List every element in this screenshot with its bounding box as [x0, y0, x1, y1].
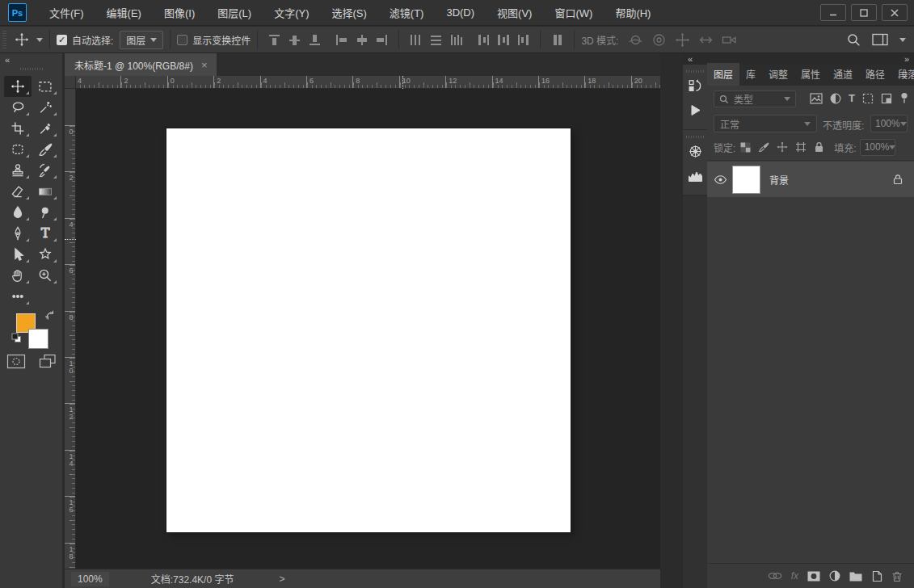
- align-bottom-edges-icon[interactable]: [308, 33, 322, 47]
- magic-wand-tool[interactable]: [32, 97, 59, 118]
- gradient-tool[interactable]: [32, 181, 59, 202]
- workspace-caret-icon[interactable]: [899, 38, 906, 42]
- actions-panel-icon[interactable]: [683, 99, 707, 121]
- align-top-edges-icon[interactable]: [267, 33, 281, 47]
- menu-item[interactable]: 图像(I): [153, 0, 206, 25]
- options-drag-handle[interactable]: [2, 31, 6, 48]
- canvas[interactable]: [166, 128, 571, 532]
- lock-transparency-icon[interactable]: [740, 142, 751, 153]
- edit-toolbar-ellipsis-icon[interactable]: [4, 286, 32, 307]
- tool-preset-caret-icon[interactable]: [36, 38, 43, 42]
- filter-toggle-icon[interactable]: [899, 92, 909, 104]
- tab-layers[interactable]: 图层: [707, 63, 739, 86]
- distribute-spacing-icon[interactable]: [550, 33, 564, 47]
- tools-drag-handle[interactable]: [20, 68, 43, 70]
- panel-menu-icon[interactable]: ≡: [901, 68, 908, 81]
- status-flyout-chevron[interactable]: >: [279, 573, 284, 585]
- rectangular-marquee-tool[interactable]: [32, 76, 59, 97]
- menu-item[interactable]: 窗口(W): [543, 0, 604, 25]
- auto-select-target-dropdown[interactable]: 图层: [120, 31, 163, 49]
- new-adjustment-layer-icon[interactable]: [829, 570, 840, 582]
- eyedropper-tool[interactable]: [32, 118, 59, 139]
- new-layer-icon[interactable]: [871, 570, 882, 582]
- clone-stamp-tool[interactable]: [4, 160, 32, 181]
- 3d-orbit-icon[interactable]: [628, 32, 643, 48]
- menu-item[interactable]: 帮助(H): [604, 0, 662, 25]
- distribute-horizontal-centers-icon[interactable]: [496, 33, 510, 47]
- workspace-switcher-icon[interactable]: [872, 33, 888, 46]
- add-layer-mask-icon[interactable]: [807, 571, 820, 582]
- layer-row-background[interactable]: 背景: [707, 162, 914, 197]
- navigator-panel-icon[interactable]: [683, 140, 707, 162]
- pen-tool[interactable]: [4, 223, 32, 244]
- history-panel-icon[interactable]: [683, 74, 707, 97]
- auto-select-checkbox[interactable]: ✓: [57, 35, 67, 45]
- fill-field[interactable]: 100%: [860, 139, 895, 156]
- delete-layer-trash-icon[interactable]: [891, 570, 903, 582]
- distribute-top-edges-icon[interactable]: [409, 33, 423, 47]
- menu-item[interactable]: 文字(Y): [263, 0, 320, 25]
- zoom-level-field[interactable]: 100%: [71, 572, 109, 586]
- menu-item[interactable]: 文件(F): [38, 0, 95, 25]
- menu-item[interactable]: 选择(S): [320, 0, 377, 25]
- layer-style-fx-icon[interactable]: fx: [791, 570, 798, 582]
- lock-all-icon[interactable]: [814, 141, 824, 153]
- screen-mode-button[interactable]: [39, 354, 57, 369]
- minimize-button[interactable]: [820, 4, 846, 21]
- brush-tool[interactable]: [32, 139, 59, 160]
- 3d-camera-icon[interactable]: [722, 32, 737, 48]
- filter-type-layers-icon[interactable]: T: [849, 92, 855, 104]
- hand-tool[interactable]: [4, 265, 32, 286]
- 3d-pan-icon[interactable]: [675, 32, 690, 48]
- swap-colors-icon[interactable]: [44, 310, 55, 321]
- close-tab-icon[interactable]: ×: [201, 59, 208, 71]
- filter-adjustment-layers-icon[interactable]: [830, 93, 841, 104]
- blend-mode-dropdown[interactable]: 正常: [714, 115, 817, 132]
- menu-item[interactable]: 3D(D): [435, 2, 486, 23]
- opacity-field[interactable]: 100%: [870, 115, 908, 132]
- align-vertical-centers-icon[interactable]: [288, 33, 301, 47]
- tab-paths[interactable]: 路径: [859, 63, 891, 86]
- layer-filter-field[interactable]: 类型: [714, 90, 796, 107]
- custom-shape-tool[interactable]: [32, 244, 59, 265]
- align-left-edges-icon[interactable]: [335, 33, 348, 47]
- distribute-vertical-centers-icon[interactable]: [429, 33, 443, 47]
- 3d-slide-icon[interactable]: [698, 32, 714, 48]
- menu-item[interactable]: 图层(L): [206, 0, 263, 25]
- strip-drag-handle[interactable]: [686, 70, 704, 73]
- distribute-right-edges-icon[interactable]: [516, 33, 530, 47]
- tool-preset-move-icon[interactable]: [15, 32, 29, 47]
- blur-tool[interactable]: [4, 202, 32, 223]
- tab-libraries[interactable]: 库: [739, 63, 762, 86]
- type-tool[interactable]: T: [32, 223, 59, 244]
- menu-item[interactable]: 视图(V): [486, 0, 543, 25]
- quick-mask-button[interactable]: [6, 354, 26, 369]
- filter-pixel-layers-icon[interactable]: [810, 93, 823, 104]
- dodge-tool[interactable]: [32, 202, 59, 223]
- align-horizontal-centers-icon[interactable]: [355, 33, 369, 47]
- lock-artboard-icon[interactable]: [795, 141, 807, 153]
- expand-strip-icon[interactable]: «: [683, 53, 707, 65]
- 3d-roll-icon[interactable]: [651, 32, 667, 48]
- move-tool[interactable]: [4, 76, 32, 97]
- align-right-edges-icon[interactable]: [375, 33, 389, 47]
- collapse-tools-icon[interactable]: «: [0, 53, 62, 65]
- eraser-tool[interactable]: [4, 181, 32, 202]
- search-icon[interactable]: [847, 33, 861, 47]
- menu-item[interactable]: 编辑(E): [95, 0, 153, 25]
- lock-pixels-icon[interactable]: [758, 141, 769, 153]
- healing-patch-tool[interactable]: [4, 139, 32, 160]
- filter-smart-objects-icon[interactable]: [881, 93, 892, 104]
- distribute-bottom-edges-icon[interactable]: [449, 33, 463, 47]
- path-selection-tool[interactable]: [4, 244, 32, 265]
- filter-shape-layers-icon[interactable]: [862, 93, 874, 104]
- histogram-panel-icon[interactable]: [683, 164, 707, 187]
- menu-item[interactable]: 滤镜(T): [378, 0, 436, 25]
- close-button[interactable]: [882, 4, 908, 21]
- default-colors-icon[interactable]: [11, 333, 22, 343]
- tab-properties[interactable]: 属性: [794, 63, 827, 86]
- lasso-tool[interactable]: [4, 97, 32, 118]
- tab-channels[interactable]: 通道: [827, 63, 859, 86]
- tab-adjustments[interactable]: 调整: [762, 63, 794, 86]
- distribute-left-edges-icon[interactable]: [476, 33, 490, 47]
